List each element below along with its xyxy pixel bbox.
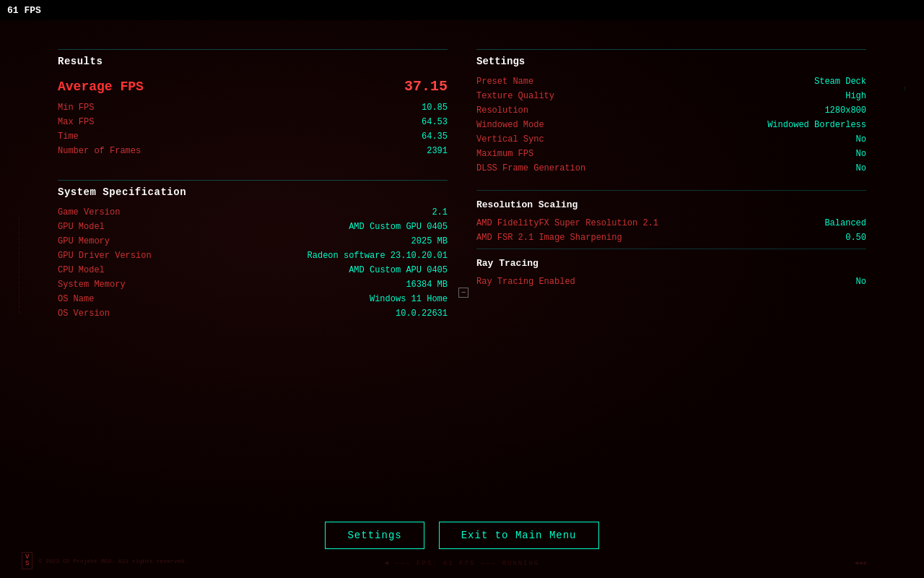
system-section: System Specification Game Version 2.1 GP… [58,180,448,321]
results-section: Results Average FPS 37.15 Min FPS 10.85 … [58,49,448,158]
frames-row: Number of Frames 2391 [58,144,448,158]
game-version-label: Game Version [58,207,120,217]
fsr-sharpening-label: AMD FSR 2.1 Image Sharpening [476,233,622,243]
fsr-label: AMD FidelityFX Super Resolution 2.1 [476,218,658,228]
os-name-row: OS Name Windows 11 Home [58,292,448,306]
results-title: Results [58,50,448,74]
settings-title: Settings [476,50,866,74]
vsync-value: No [856,134,866,144]
resolution-row: Resolution 924x578 [476,103,866,118]
cpu-model-label: CPU Model [58,265,105,275]
left-panel: Results Average FPS 37.15 Min FPS 10.85 … [58,49,448,493]
right-panel: Settings Preset Name Steam Deck Texture … [476,49,866,493]
fps-counter: 61 FPS [7,5,41,16]
time-label: Time [58,131,79,142]
average-fps-value: 37.15 [404,78,448,95]
ray-tracing-title: Ray Tracing [476,249,866,275]
max-fps-row: Max FPS 64.53 [58,115,448,129]
vsync-row: Vertical Sync No [476,132,866,147]
gpu-memory-value: 2025 MB [411,236,448,246]
min-fps-row: Min FPS 10.85 [58,100,448,115]
gpu-model-row: GPU Model AMD Custom GPU 0405 [58,220,448,234]
fsr-row: AMD FidelityFX Super Resolution 2.1 Bala… [476,216,866,230]
gpu-memory-label: GPU Memory [58,236,110,246]
os-version-value: 10.0.22631 [396,309,448,319]
game-version-row: Game Version 2.1 [58,205,448,220]
os-version-label: OS Version [58,309,110,319]
max-fps-row: Maximum FPS No [476,147,866,161]
min-fps-label: Min FPS [58,103,94,113]
main-content: Results Average FPS 37.15 Min FPS 10.85 … [0,20,924,578]
windowed-mode-row: Windowed Mode Windowed Borderless [476,118,866,132]
os-name-label: OS Name [58,294,94,304]
frames-label: Number of Frames [58,146,141,156]
max-fps-label: Maximum FPS [476,149,533,159]
gpu-memory-row: GPU Memory 2025 MB [58,234,448,249]
settings-button[interactable]: Settings [325,522,424,549]
sys-memory-row: System Memory 16384 MB [58,277,448,292]
max-fps-label: Max FPS [58,117,94,127]
frames-value: 2391 [427,146,448,156]
dlss-label: DLSS Frame Generation [476,163,585,173]
average-fps-row: Average FPS 37.15 [58,74,448,100]
vsync-label: Vertical Sync [476,134,544,144]
sys-memory-label: System Memory [58,280,126,290]
bottom-buttons: Settings Exit to Main Menu [0,507,924,578]
gpu-driver-row: GPU Driver Version Radeon software 23.10… [58,249,448,263]
os-version-row: OS Version 10.0.22631 [58,306,448,321]
ray-tracing-enabled-label: Ray Tracing Enabled [476,277,575,287]
top-bar: 61 FPS [0,0,924,20]
ray-tracing-enabled-row: Ray Tracing Enabled No [476,275,866,289]
resolution-label: Resolution [476,105,528,116]
texture-quality-label: Texture Quality [476,91,554,101]
cpu-model-value: AMD Custom APU 0405 [349,265,448,275]
gpu-driver-value: Radeon software 23.10.20.01 [308,251,448,261]
cpu-model-row: CPU Model AMD Custom APU 0405 [58,263,448,277]
fsr-sharpening-row: AMD FSR 2.1 Image Sharpening 0.50 [476,230,866,245]
preset-name-label: Preset Name [476,77,533,87]
preset-name-value: Steam Deck [814,77,866,87]
resolution-scaling-section: Resolution Scaling AMD FidelityFX Super … [476,186,866,245]
fsr-value: Balanced [824,218,866,228]
dlss-value: No [856,163,866,173]
panels-row: Results Average FPS 37.15 Min FPS 10.85 … [0,20,924,507]
max-fps-value: 64.53 [422,117,448,127]
windowed-mode-value: Windowed Borderless [767,120,866,130]
gpu-model-label: GPU Model [58,222,105,232]
ray-tracing-section: Ray Tracing Ray Tracing Enabled No [476,245,866,289]
gpu-model-value: AMD Custom GPU 0405 [349,222,448,232]
settings-section: Settings Preset Name Steam Deck Texture … [476,49,866,176]
min-fps-value: 10.85 [422,103,448,113]
dlss-row: DLSS Frame Generation No [476,161,866,176]
resolution-scaling-title: Resolution Scaling [476,190,866,216]
windowed-mode-label: Windowed Mode [476,120,544,130]
ray-tracing-enabled-value: No [856,277,866,287]
time-row: Time 64.35 [58,129,448,144]
texture-quality-value: High [845,91,866,101]
system-title: System Specification [58,181,448,205]
preset-name-row: Preset Name Steam Deck [476,74,866,89]
exit-button[interactable]: Exit to Main Menu [439,522,599,549]
fsr-sharpening-value: 0.50 [845,233,866,243]
resolution-value: 924x578 [824,105,866,116]
average-fps-label: Average FPS [58,79,144,94]
sys-memory-value: 16384 MB [406,280,448,290]
game-version-value: 2.1 [432,207,448,217]
max-fps-value: No [856,149,866,159]
time-value: 64.35 [422,131,448,142]
os-name-value: Windows 11 Home [370,294,448,304]
texture-quality-row: Texture Quality High [476,89,866,103]
gpu-driver-label: GPU Driver Version [58,251,152,261]
